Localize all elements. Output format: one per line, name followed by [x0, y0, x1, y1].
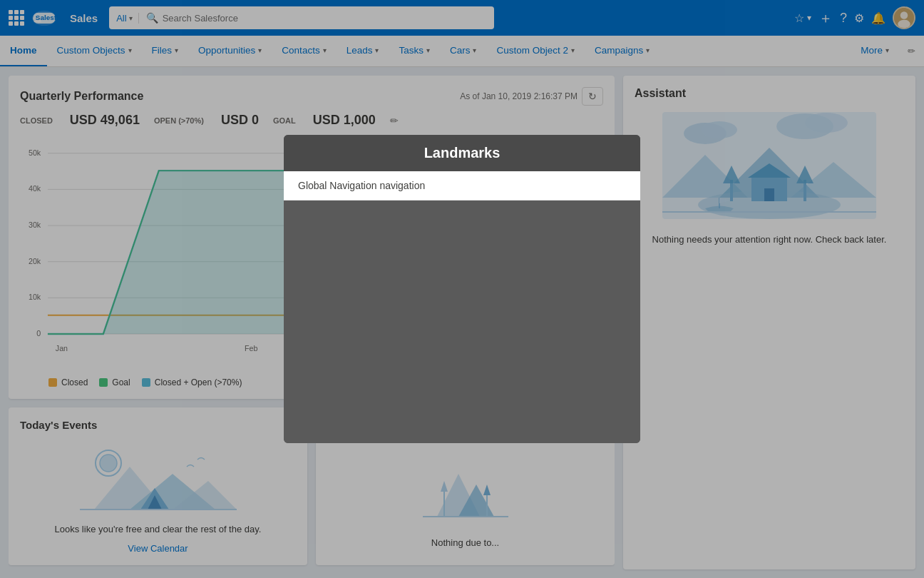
landmarks-modal: Landmarks Global Navigation navigation — [284, 135, 640, 443]
modal-landmark-item[interactable]: Global Navigation navigation — [284, 171, 640, 201]
modal-body — [284, 201, 640, 443]
landmarks-modal-overlay[interactable]: Landmarks Global Navigation navigation — [0, 0, 924, 578]
modal-title: Landmarks — [424, 145, 500, 161]
modal-header: Landmarks — [284, 135, 640, 171]
